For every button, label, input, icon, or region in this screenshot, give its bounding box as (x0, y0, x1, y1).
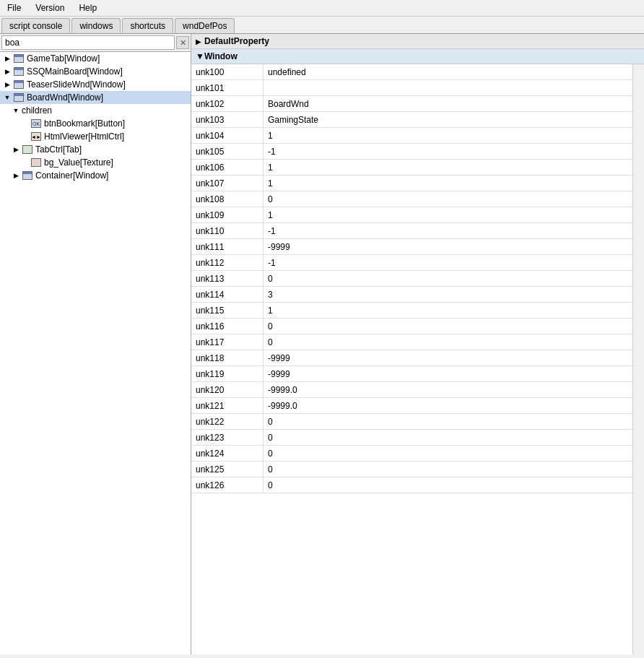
tree: ▶ GameTab[Window] ▶ SSQMainBoard[Window]… (0, 52, 191, 654)
table-row: unk113 (191, 271, 632, 287)
prop-value-input-unk118[interactable] (264, 351, 632, 365)
prop-value-cell-unk107 (264, 176, 632, 191)
table-row: unk117 (191, 334, 632, 350)
prop-value-cell-unk125 (264, 462, 632, 477)
table-row: unk108 (191, 191, 632, 207)
prop-value-input-unk103[interactable] (264, 113, 632, 127)
prop-value-cell-unk114 (264, 287, 632, 302)
prop-value-input-unk104[interactable] (264, 129, 632, 143)
tree-label-container: Container[Window] (35, 170, 108, 181)
arrow-icon-window: ▼ (196, 51, 204, 61)
prop-value-input-unk106[interactable] (264, 160, 632, 175)
prop-value-input-unk112[interactable] (264, 256, 632, 270)
prop-value-input-unk105[interactable] (264, 144, 632, 159)
prop-value-cell-unk108 (264, 191, 632, 207)
tab-script-console[interactable]: script console (1, 18, 70, 33)
prop-value-cell-unk109 (264, 207, 632, 222)
prop-value-input-unk126[interactable] (264, 478, 632, 493)
prop-name-unk122: unk122 (191, 414, 264, 429)
prop-name-unk102: unk102 (191, 96, 264, 111)
tree-item-boardwnd[interactable]: ▼ BoardWnd[Window] (0, 91, 191, 104)
htmlctrl-icon: ◄► (30, 131, 42, 142)
tree-label-teaser: TeaserSlideWnd[Window] (27, 79, 126, 90)
prop-name-unk124: unk124 (191, 446, 264, 461)
prop-name-unk121: unk121 (191, 398, 264, 413)
prop-name-unk103: unk103 (191, 112, 264, 127)
prop-name-unk119: unk119 (191, 366, 264, 381)
window-icon-boardwnd (13, 92, 25, 103)
prop-value-input-unk100[interactable] (264, 65, 632, 79)
menu-help[interactable]: Help (74, 1, 101, 14)
prop-value-input-unk121[interactable] (264, 399, 632, 413)
search-input[interactable] (1, 35, 175, 50)
table-row: unk101 (191, 80, 632, 96)
prop-value-input-unk108[interactable] (264, 192, 632, 207)
prop-value-input-unk123[interactable] (264, 430, 632, 445)
tree-item-btnbookmark[interactable]: ▶ OK btnBookmark[Button] (0, 117, 191, 130)
tree-item-htmlviewer[interactable]: ▶ ◄► HtmlViewer[HtmlCtrl] (0, 130, 191, 143)
default-property-header[interactable]: ▶ DefaultProperty (191, 34, 644, 49)
main-layout: ✕ ▶ GameTab[Window] ▶ SSQMainBoard[Windo… (0, 34, 644, 654)
expand-icon-tabctrl[interactable]: ▶ (12, 145, 20, 154)
tree-item-bgvalue[interactable]: ▶ bg_Value[Texture] (0, 156, 191, 169)
tree-item-gametab[interactable]: ▶ GameTab[Window] (0, 52, 191, 65)
tree-item-container[interactable]: ▶ Container[Window] (0, 169, 191, 182)
prop-name-unk108: unk108 (191, 191, 264, 207)
prop-name-unk101: unk101 (191, 80, 264, 95)
tree-label-htmlviewer: HtmlViewer[HtmlCtrl] (44, 131, 124, 142)
table-row: unk114 (191, 287, 632, 303)
right-panel: ▶ DefaultProperty ▼ Window unk100unk101u… (191, 34, 644, 654)
prop-value-input-unk110[interactable] (264, 224, 632, 238)
tree-item-teaser[interactable]: ▶ TeaserSlideWnd[Window] (0, 78, 191, 91)
prop-value-cell-unk119 (264, 366, 632, 381)
expand-icon-children[interactable]: ▼ (12, 106, 20, 115)
tree-item-children[interactable]: ▼ children (0, 104, 191, 117)
prop-value-input-unk117[interactable] (264, 335, 632, 350)
tab-wnddefpos[interactable]: wndDefPos (175, 18, 235, 33)
search-clear-button[interactable]: ✕ (176, 36, 189, 49)
menu-version[interactable]: Version (31, 1, 69, 14)
prop-value-input-unk115[interactable] (264, 303, 632, 318)
prop-value-input-unk102[interactable] (264, 97, 632, 111)
menu-file[interactable]: File (3, 1, 25, 14)
expand-icon-container[interactable]: ▶ (12, 171, 20, 180)
default-property-title: DefaultProperty (204, 36, 269, 46)
prop-value-input-unk124[interactable] (264, 446, 632, 461)
prop-value-input-unk122[interactable] (264, 415, 632, 429)
prop-name-unk117: unk117 (191, 334, 264, 350)
window-section-title: Window (204, 51, 238, 61)
expand-icon-gametab[interactable]: ▶ (3, 54, 12, 63)
prop-value-cell-unk103 (264, 112, 632, 127)
window-icon (13, 53, 25, 64)
tab-windows[interactable]: windows (71, 18, 121, 33)
tree-label-ssqmain: SSQMainBoard[Window] (27, 66, 123, 77)
prop-value-input-unk125[interactable] (264, 462, 632, 477)
prop-value-cell-unk115 (264, 303, 632, 318)
prop-value-input-unk101[interactable] (264, 81, 632, 95)
menu-bar: File Version Help (0, 0, 644, 17)
prop-value-input-unk116[interactable] (264, 319, 632, 334)
expand-icon-boardwnd[interactable]: ▼ (3, 93, 12, 102)
prop-value-input-unk113[interactable] (264, 272, 632, 286)
tree-item-ssqmain[interactable]: ▶ SSQMainBoard[Window] (0, 65, 191, 78)
prop-value-input-unk120[interactable] (264, 383, 632, 397)
prop-value-cell-unk116 (264, 319, 632, 334)
table-row: unk122 (191, 414, 632, 430)
prop-value-input-unk119[interactable] (264, 367, 632, 381)
window-section-header[interactable]: ▼ Window (191, 49, 644, 64)
prop-name-unk106: unk106 (191, 160, 264, 175)
scrollbar[interactable] (632, 64, 644, 654)
expand-icon-ssqmain[interactable]: ▶ (3, 67, 12, 76)
prop-value-input-unk111[interactable] (264, 240, 632, 254)
tree-item-tabctrl[interactable]: ▶ TabCtrl[Tab] (0, 143, 191, 156)
prop-value-input-unk114[interactable] (264, 287, 632, 302)
prop-value-cell-unk111 (264, 239, 632, 254)
expand-icon-teaser[interactable]: ▶ (3, 80, 12, 89)
tab-icon-tabctrl (22, 144, 33, 155)
prop-value-input-unk107[interactable] (264, 176, 632, 191)
table-row: unk123 (191, 430, 632, 446)
table-row: unk124 (191, 446, 632, 462)
arrow-icon-default: ▶ (196, 38, 201, 46)
tab-shortcuts[interactable]: shortcuts (122, 18, 173, 33)
prop-value-input-unk109[interactable] (264, 208, 632, 222)
